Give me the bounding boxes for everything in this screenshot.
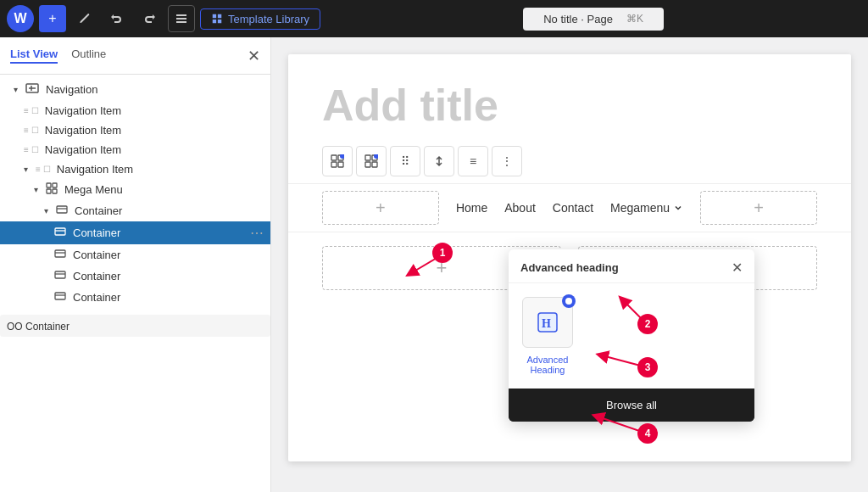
nav-container-1[interactable]: + — [322, 191, 439, 225]
svg-rect-1 — [176, 18, 186, 20]
tree-item-nav-item-1[interactable]: ≡ ☐ Navigation Item — [0, 101, 270, 120]
svg-rect-16 — [55, 271, 65, 278]
container-3-icon — [54, 269, 66, 283]
tree-item-nav-item-3[interactable]: ≡ ☐ Navigation Item — [0, 140, 270, 159]
svg-rect-7 — [53, 183, 57, 187]
tree-item-navigation[interactable]: ▾ Navigation — [0, 78, 270, 101]
navigation-icon — [25, 81, 39, 98]
template-library-label: Template Library — [228, 13, 309, 25]
page-title-area: No title · Page ⌘K — [523, 8, 664, 31]
popup-footer: Browse all — [509, 389, 754, 422]
oo-container-label: OO Container — [7, 321, 70, 333]
svg-rect-8 — [47, 189, 51, 193]
widget-advanced-heading[interactable]: H AdvancedHeading — [522, 297, 573, 375]
layout-btn-2[interactable] — [356, 146, 387, 176]
svg-rect-18 — [55, 293, 65, 299]
nav-item-2-label: Navigation Item — [45, 124, 121, 137]
popup-content: H AdvancedHeading — [509, 283, 754, 389]
svg-rect-14 — [55, 250, 65, 257]
tree-item-container-4[interactable]: Container — [0, 287, 270, 308]
popup-header: Advanced heading ✕ — [509, 249, 754, 283]
svg-rect-22 — [331, 162, 337, 167]
topbar: W + Template Library No title · Page ⌘K — [0, 0, 868, 37]
toggle-navigation[interactable]: ▾ — [14, 85, 24, 94]
align-btn[interactable]: ≡ — [458, 146, 488, 176]
container-2-label: Container — [73, 249, 120, 261]
svg-rect-2 — [176, 21, 186, 23]
edit-button[interactable] — [71, 5, 98, 32]
topbar-center: No title · Page ⌘K — [326, 8, 861, 31]
oo-container-bar: OO Container — [0, 315, 270, 337]
nav-item-1-label: Navigation Item — [45, 104, 121, 117]
tree-item-mega-menu[interactable]: ▾ Mega Menu — [0, 179, 270, 200]
svg-point-24 — [340, 154, 344, 159]
layout-btn-1[interactable] — [322, 146, 353, 176]
nav-link-contact[interactable]: Contact — [553, 201, 593, 215]
move-btn[interactable] — [424, 146, 454, 176]
block-editor-button[interactable] — [168, 5, 195, 32]
container-parent-label: Container — [75, 204, 122, 217]
add-nav-icon-2: + — [754, 198, 764, 218]
keyboard-shortcut: ⌘K — [626, 13, 643, 25]
drag-handle2: ☐ — [31, 106, 39, 115]
nav-link-about[interactable]: About — [504, 201, 536, 215]
wp-logo[interactable]: W — [7, 5, 34, 32]
sidebar: List View Outline ✕ ▾ Navigation ≡ ☐ Nav… — [0, 37, 271, 492]
tree-item-container-2[interactable]: Container — [0, 244, 270, 266]
add-icon-1: + — [437, 257, 448, 279]
drag-btn[interactable]: ⠿ — [390, 146, 420, 176]
toggle-nav-item-4[interactable]: ▾ — [24, 165, 34, 174]
popup-title: Advanced heading — [520, 261, 619, 274]
svg-rect-9 — [53, 189, 57, 193]
heading-icon: H — [536, 310, 559, 334]
nav-preview: + Home About Contact Megamenu + — [288, 183, 851, 232]
toggle-container-parent[interactable]: ▾ — [44, 206, 54, 215]
sidebar-close-button[interactable]: ✕ — [248, 47, 260, 65]
svg-rect-28 — [372, 162, 377, 167]
drag-handle: ≡ — [36, 165, 41, 174]
container-icon — [56, 204, 68, 218]
tree-item-container-selected[interactable]: Container ⋯ — [0, 221, 270, 244]
svg-rect-20 — [331, 155, 337, 160]
widget-badge — [562, 294, 576, 308]
more-btn[interactable]: ⋮ — [492, 146, 522, 176]
main-area: List View Outline ✕ ▾ Navigation ≡ ☐ Nav… — [0, 37, 868, 492]
nav-container-2[interactable]: + — [700, 191, 817, 225]
container-selected-icon — [54, 226, 66, 240]
widget-label: AdvancedHeading — [527, 355, 569, 375]
container-4-label: Container — [73, 291, 120, 304]
undo-button[interactable] — [103, 5, 131, 32]
add-button[interactable]: + — [39, 5, 66, 32]
svg-rect-25 — [365, 155, 370, 160]
widget-icon-box: H — [522, 297, 573, 348]
container-3-label: Container — [73, 270, 120, 282]
tab-list-view[interactable]: List View — [10, 48, 58, 64]
tree-panel: ▾ Navigation ≡ ☐ Navigation Item ≡ ☐ Nav… — [0, 75, 270, 492]
tree-item-container-3[interactable]: Container — [0, 266, 270, 287]
container-4-icon — [54, 290, 66, 305]
tab-outline[interactable]: Outline — [71, 48, 106, 64]
template-library-button[interactable]: Template Library — [200, 8, 320, 30]
navigation-label: Navigation — [46, 83, 97, 96]
tree-item-container-parent[interactable]: ▾ Container — [0, 200, 270, 221]
add-title[interactable]: Add title — [288, 54, 851, 139]
drag-handle: ≡ — [24, 145, 29, 154]
sidebar-tabs: List View Outline ✕ — [0, 37, 270, 75]
item-options-button[interactable]: ⋯ — [250, 225, 264, 241]
page-title: No title · Page — [543, 13, 613, 25]
popup-close-button[interactable]: ✕ — [732, 260, 743, 276]
svg-rect-12 — [55, 228, 65, 235]
tree-item-nav-item-4[interactable]: ▾ ≡ ☐ Navigation Item — [0, 159, 270, 179]
nav-item-4-label: Navigation Item — [57, 163, 133, 176]
nav-link-megamenu[interactable]: Megamenu — [610, 201, 683, 215]
svg-rect-0 — [176, 14, 186, 16]
svg-rect-27 — [365, 162, 370, 167]
redo-button[interactable] — [136, 5, 163, 32]
nav-item-3-label: Navigation Item — [45, 143, 121, 156]
nav-link-home[interactable]: Home — [456, 201, 487, 215]
drag-handle2: ☐ — [31, 126, 39, 135]
tree-item-nav-item-2[interactable]: ≡ ☐ Navigation Item — [0, 120, 270, 140]
toggle-mega-menu[interactable]: ▾ — [34, 185, 44, 194]
browse-all-button[interactable]: Browse all — [509, 389, 754, 422]
drag-handle2: ☐ — [43, 165, 51, 174]
